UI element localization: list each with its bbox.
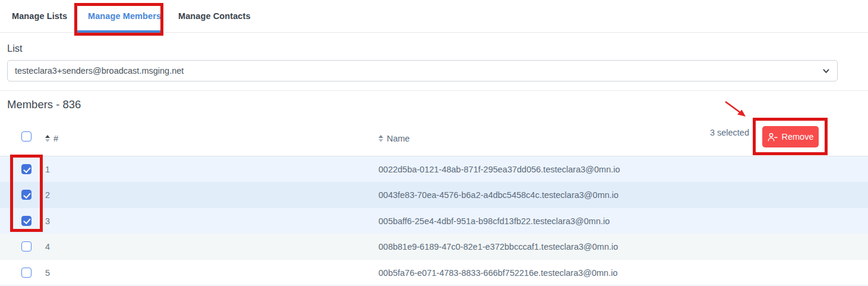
table-row: 2 0043fe83-70ea-4576-b6a2-a4dbc5458c4c.t… — [0, 182, 868, 208]
members-heading: Members - 836 — [7, 98, 81, 111]
row-member-name: 0022d5ba-0121-48ab-871f-295ea37dd056.tes… — [378, 165, 620, 174]
list-label: List — [7, 43, 23, 54]
row-checkbox[interactable] — [21, 216, 31, 226]
manage-members-page: Manage Lists Manage Members Manage Conta… — [0, 0, 868, 286]
tab-bar: Manage Lists Manage Members Manage Conta… — [0, 0, 868, 33]
row-checkbox[interactable] — [21, 164, 31, 174]
column-header-index[interactable]: # — [45, 134, 58, 143]
table-row: 1 0022d5ba-0121-48ab-871f-295ea37dd056.t… — [0, 156, 868, 182]
row-member-name: 005baff6-25e4-4dbf-951a-b98cfd13fb22.tes… — [378, 216, 610, 226]
sort-icon — [378, 135, 383, 143]
row-checkbox[interactable] — [21, 190, 31, 200]
table-row: 4 008b81e9-6189-47c0-82e1-e372bbcccaf1.t… — [0, 234, 868, 259]
tab-manage-lists[interactable]: Manage Lists — [12, 0, 67, 32]
row-checkbox[interactable] — [21, 268, 31, 278]
row-checkbox[interactable] — [21, 241, 31, 252]
row-member-name: 0043fe83-70ea-4576-b6a2-a4dbc5458c4c.tes… — [378, 190, 618, 200]
row-index: 4 — [45, 242, 50, 252]
section-divider — [0, 90, 868, 91]
tab-manage-members[interactable]: Manage Members — [88, 0, 161, 32]
row-index: 5 — [45, 268, 50, 278]
active-tab-underline — [76, 30, 160, 33]
tab-manage-contacts[interactable]: Manage Contacts — [178, 0, 251, 32]
row-index: 2 — [45, 190, 50, 200]
members-table-body: 1 0022d5ba-0121-48ab-871f-295ea37dd056.t… — [0, 156, 868, 285]
table-row: 3 005baff6-25e4-4dbf-951a-b98cfd13fb22.t… — [0, 208, 868, 234]
annotation-arrow — [721, 99, 751, 121]
row-index: 1 — [45, 165, 50, 174]
column-header-name[interactable]: Name — [378, 134, 410, 143]
list-select-wrap: testeclara3+senders@broadcast.msging.net — [7, 60, 838, 81]
table-row: 5 00b5fa76-e071-4783-8833-666bf752216e.t… — [0, 260, 868, 285]
row-member-name: 008b81e9-6189-47c0-82e1-e372bbcccaf1.tes… — [378, 242, 618, 252]
list-select[interactable]: testeclara3+senders@broadcast.msging.net — [7, 60, 838, 81]
column-header-name-label: Name — [387, 134, 410, 143]
column-header-index-label: # — [53, 134, 58, 143]
select-all-checkbox[interactable] — [21, 131, 31, 142]
table-header: # Name — [0, 122, 868, 156]
sort-icon — [45, 135, 50, 143]
row-index: 3 — [45, 216, 50, 226]
row-member-name: 00b5fa76-e071-4783-8833-666bf752216e.tes… — [378, 268, 618, 278]
